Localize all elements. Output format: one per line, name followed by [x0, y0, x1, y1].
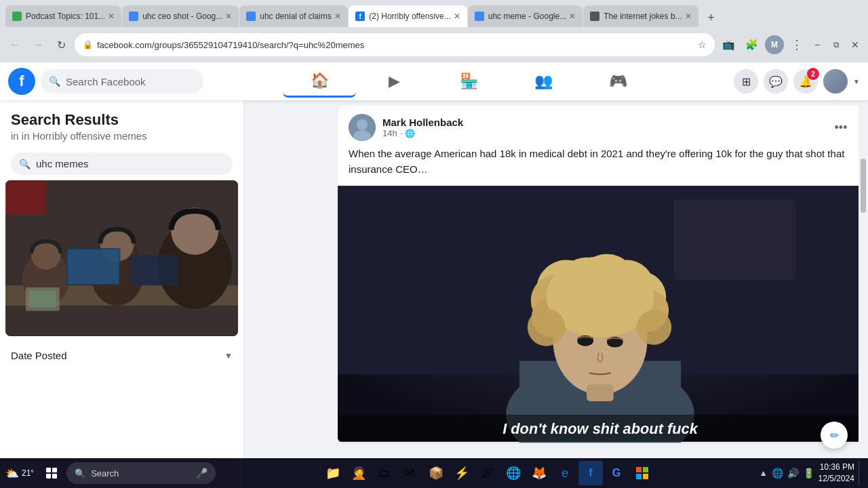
taskbar-app-facebook[interactable]: f	[578, 461, 603, 485]
header-search-icon: 🔍	[49, 76, 60, 87]
tab-5[interactable]: uhc meme - Google... ✕	[468, 5, 583, 27]
post-avatar[interactable]	[349, 114, 376, 141]
privacy-globe-icon: 🌐	[405, 129, 415, 138]
avatar-chevron-icon[interactable]: ▼	[853, 78, 860, 85]
tab-favicon-4: f	[355, 12, 365, 21]
minimize-button[interactable]: −	[810, 37, 825, 52]
header-search-placeholder: Search Facebook	[66, 76, 146, 87]
nav-home[interactable]: 🏠	[283, 65, 356, 98]
post-card: Mark Hollenback 14h · 🌐 ••• When the ave…	[338, 106, 863, 443]
tray-volume-icon[interactable]: 🔊	[787, 468, 799, 479]
tab-1[interactable]: Podcast Topics: 101... ✕	[5, 5, 121, 27]
tab-favicon-5	[475, 12, 484, 21]
tab-4-active[interactable]: f (2) Horribly offensive... ✕	[349, 5, 467, 27]
taskbar-search-bar[interactable]: 🔍 Search 🎤	[66, 462, 216, 484]
system-tray: ▲ 🌐 🔊 🔋 10:36 PM 12/5/2024	[760, 461, 863, 485]
date-filter-label: Date Posted	[11, 350, 67, 361]
write-message-button[interactable]: ✏	[821, 422, 848, 449]
tray-up-arrow[interactable]: ▲	[760, 468, 768, 478]
nav-groups[interactable]: 👥	[507, 65, 580, 98]
nav-marketplace[interactable]: 🏪	[432, 65, 505, 98]
taskbar-search-text: Search	[91, 468, 119, 479]
back-button[interactable]: ←	[5, 35, 24, 54]
taskbar-app-files[interactable]: 🗂	[372, 461, 397, 485]
tab-6[interactable]: The internet jokes b... ✕	[583, 5, 698, 27]
post-author[interactable]: Mark Hollenback	[382, 117, 823, 128]
right-scrollbar[interactable]	[859, 100, 868, 488]
tab-title-1: Podcast Topics: 101...	[26, 12, 105, 21]
time-separator: ·	[400, 128, 403, 138]
messenger-icon: 💬	[769, 75, 783, 88]
clock-display[interactable]: 10:36 PM 12/5/2024	[818, 462, 854, 485]
taskbar-app-mail[interactable]: ✉	[398, 461, 422, 485]
taskbar-app-dropbox[interactable]: 📦	[424, 461, 448, 485]
start-button[interactable]	[39, 461, 64, 485]
home-icon: 🏠	[311, 72, 329, 89]
weather-widget[interactable]: ⛅ 21°	[5, 467, 34, 480]
post-options-button[interactable]: •••	[830, 117, 852, 138]
tab-close-5[interactable]: ✕	[569, 12, 576, 21]
grid-button[interactable]: ⊞	[734, 69, 758, 94]
sidebar-header: Search Results in in Horribly offensive …	[0, 100, 243, 147]
extensions-icon[interactable]: 🧩	[742, 35, 761, 54]
post-text: When the average American had 18k in med…	[338, 146, 863, 185]
facebook-logo[interactable]: f	[8, 68, 35, 95]
close-window-button[interactable]: ✕	[848, 37, 863, 52]
svg-rect-14	[5, 180, 46, 214]
scrollbar-thumb[interactable]	[861, 159, 866, 213]
reload-button[interactable]: ↻	[52, 35, 71, 54]
taskbar-app-pen[interactable]: 🖊	[475, 461, 500, 485]
watch-icon: ▶	[389, 73, 400, 90]
forward-button[interactable]: →	[28, 35, 47, 54]
sidebar-search-input[interactable]	[36, 158, 224, 169]
tab-close-4[interactable]: ✕	[454, 12, 460, 21]
groups-icon: 👥	[534, 73, 553, 90]
tab-favicon-3	[246, 12, 256, 21]
sidebar-preview-image	[5, 180, 238, 336]
taskbar-app-firefox[interactable]: 🦊	[527, 461, 551, 485]
tab-close-2[interactable]: ✕	[225, 12, 232, 21]
account-avatar[interactable]	[823, 69, 848, 94]
taskbar-app-edge[interactable]: e	[553, 461, 577, 485]
taskbar-app-explorer[interactable]: 📁	[321, 461, 345, 485]
browser-chrome: Podcast Topics: 101... ✕ uhc ceo shot - …	[0, 0, 868, 62]
taskbar-app-google[interactable]: G	[604, 461, 629, 485]
taskbar-app-browser1[interactable]: 🌐	[501, 461, 526, 485]
header-search-box[interactable]: 🔍 Search Facebook	[41, 69, 203, 94]
address-bar[interactable]: 🔒 facebook.com/groups/365529104719410/se…	[75, 33, 715, 56]
middle-spacing	[244, 100, 332, 488]
tab-close-6[interactable]: ✕	[685, 12, 692, 21]
browser-menu-button[interactable]: ⋮	[788, 36, 806, 54]
tray-network-icon[interactable]: 🌐	[772, 468, 783, 479]
sidebar-search-icon: 🔍	[19, 159, 31, 169]
svg-rect-10	[68, 249, 119, 284]
cortana-icon: 🎤	[196, 468, 208, 479]
nav-watch[interactable]: ▶	[357, 65, 431, 98]
search-results-title: Search Results	[11, 111, 233, 129]
tab-close-3[interactable]: ✕	[334, 12, 341, 21]
tray-battery-icon[interactable]: 🔋	[803, 468, 814, 479]
content-area: Search Results in in Horribly offensive …	[0, 100, 868, 488]
svg-point-17	[357, 119, 368, 130]
cast-icon[interactable]: 📺	[719, 35, 738, 54]
main-feed: Mark Hollenback 14h · 🌐 ••• When the ave…	[332, 100, 868, 488]
tab-3[interactable]: uhc denial of claims ✕	[239, 5, 348, 27]
profile-button[interactable]: M	[765, 35, 784, 54]
date-filter[interactable]: Date Posted ▼	[0, 342, 243, 369]
tab-2[interactable]: uhc ceo shot - Goog... ✕	[122, 5, 239, 27]
taskbar-app-bolt[interactable]: ⚡	[450, 461, 474, 485]
taskbar-app-ms[interactable]	[630, 461, 654, 485]
taskbar-apps: 📁 🤦 🗂 ✉ 📦 ⚡ 🖊 🌐 🦊 e f G	[218, 461, 757, 485]
facebook-app: f 🔍 Search Facebook 🏠 ▶ 🏪 👥 🎮 ⊞	[0, 62, 868, 488]
new-tab-button[interactable]: +	[702, 8, 721, 27]
nav-gaming[interactable]: 🎮	[581, 65, 654, 98]
taskbar-app-emoji[interactable]: 🤦	[347, 461, 371, 485]
tab-close-1[interactable]: ✕	[108, 12, 115, 21]
tab-favicon-6	[590, 12, 599, 21]
notifications-button[interactable]: 🔔 2	[793, 69, 818, 94]
gaming-icon: 🎮	[609, 73, 627, 90]
maximize-button[interactable]: ⧉	[829, 37, 844, 52]
show-desktop-button[interactable]	[859, 461, 863, 485]
bookmark-icon[interactable]: ☆	[698, 39, 707, 50]
messenger-button[interactable]: 💬	[764, 69, 788, 94]
